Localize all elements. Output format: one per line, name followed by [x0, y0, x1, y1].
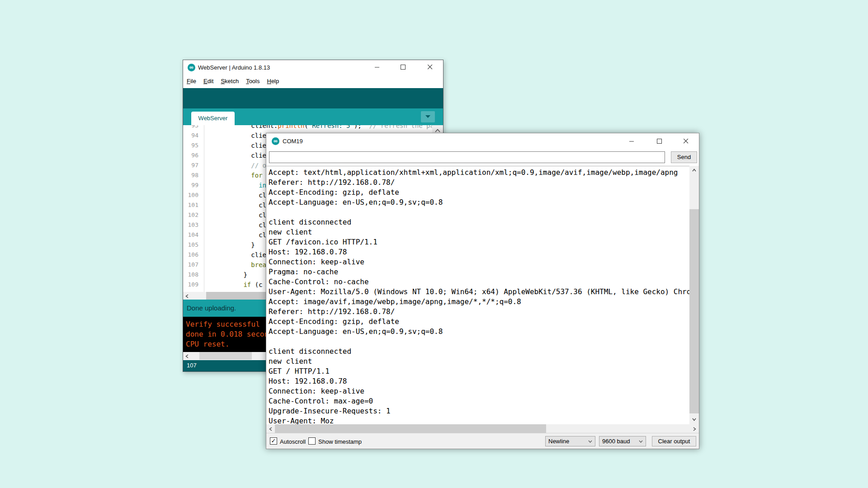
- serial-monitor-window: ∞ COM19 Send Accept: text/html,applicati…: [266, 133, 699, 449]
- serial-line: Accept-Language: en-US,en;q=0.9,sv;q=0.8: [269, 197, 699, 207]
- console-hscroll-thumb[interactable]: [199, 352, 252, 360]
- line-number: 108: [183, 270, 201, 280]
- line-number: 99: [183, 180, 201, 190]
- line-number: 100: [183, 190, 201, 200]
- code-text: client.println("Refresh: 5"); // refresh…: [201, 125, 443, 131]
- code-text: }: [201, 270, 247, 280]
- maximize-button[interactable]: [393, 60, 413, 75]
- gutter-divider: [204, 125, 204, 292]
- send-button[interactable]: Send: [671, 151, 697, 163]
- show-timestamp-checkbox[interactable]: [308, 437, 316, 445]
- arduino-titlebar[interactable]: ∞ WebServer | Arduino 1.8.13: [183, 60, 443, 75]
- line-number: 96: [183, 150, 201, 160]
- serial-vscroll-up-button[interactable]: [689, 166, 699, 175]
- serial-controls-bar: Autoscroll Show timestamp Newline 9600 b…: [266, 433, 699, 449]
- chevron-left-icon: [185, 354, 189, 358]
- line-ending-value: Newline: [548, 438, 569, 445]
- menu-file[interactable]: File: [187, 75, 196, 87]
- close-button[interactable]: [420, 60, 440, 75]
- chevron-down-icon: [639, 440, 643, 443]
- serial-output-area[interactable]: Accept: text/html,application/xhtml+xml,…: [266, 166, 699, 424]
- serial-hscrollbar[interactable]: [266, 424, 699, 433]
- serial-line: Host: 192.168.0.78: [269, 247, 699, 257]
- tab-bar: WebServer: [183, 108, 443, 125]
- chevron-up-icon: [435, 129, 440, 132]
- menu-help[interactable]: Help: [267, 75, 279, 87]
- serial-line: User-Agent: Mozilla/5.0 (Windows NT 10.0…: [269, 287, 699, 297]
- serial-line: Upgrade-Insecure-Requests: 1: [269, 406, 699, 416]
- baud-rate-value: 9600 baud: [602, 438, 630, 445]
- line-number: 105: [183, 240, 201, 250]
- line-number: 98: [183, 170, 201, 180]
- menu-sketch[interactable]: Sketch: [221, 75, 239, 87]
- serial-line: Connection: keep-alive: [269, 386, 699, 396]
- code-text: break;: [201, 260, 274, 270]
- serial-line: Accept: image/avif,image/webp,image/apng…: [269, 297, 699, 307]
- toolbar: [183, 88, 443, 108]
- show-timestamp-label: Show timestamp: [318, 438, 362, 445]
- line-number: 95: [183, 141, 201, 150]
- arduino-window-title: WebServer | Arduino 1.8.13: [198, 64, 270, 71]
- serial-line: [269, 207, 699, 217]
- serial-vscroll-thumb[interactable]: [689, 209, 699, 413]
- serial-line: Accept-Encoding: gzip, deflate: [269, 317, 699, 327]
- menu-tools[interactable]: Tools: [246, 75, 259, 87]
- autoscroll-checkbox[interactable]: [270, 437, 277, 445]
- serial-line: GET / HTTP/1.1: [269, 366, 699, 376]
- serial-line: Referer: http://192.168.0.78/: [269, 178, 699, 188]
- serial-line: Host: 192.168.0.78: [269, 376, 699, 386]
- minimize-button[interactable]: [367, 60, 387, 75]
- current-line-indicator: 107: [187, 362, 197, 369]
- serial-hscroll-right-button[interactable]: [690, 424, 699, 433]
- minimize-button[interactable]: [622, 134, 642, 149]
- line-number: 107: [183, 260, 201, 270]
- serial-line: new client: [269, 227, 699, 237]
- serial-line: [269, 337, 699, 347]
- serial-send-input[interactable]: [269, 151, 665, 163]
- serial-titlebar[interactable]: ∞ COM19: [266, 133, 699, 150]
- chevron-left-icon: [185, 294, 189, 298]
- line-number: 93: [183, 125, 201, 131]
- serial-line: Accept-Encoding: gzip, deflate: [269, 188, 699, 197]
- serial-line: GET /favicon.ico HTTP/1.1: [269, 237, 699, 247]
- arduino-logo-icon: ∞: [272, 137, 279, 145]
- line-number: 101: [183, 200, 201, 210]
- serial-line: Accept-Language: en-US,en;q=0.9,sv;q=0.8: [269, 327, 699, 337]
- line-number: 104: [183, 230, 201, 240]
- serial-hscroll-thumb[interactable]: [275, 424, 546, 433]
- close-button[interactable]: [676, 134, 696, 149]
- serial-line: Connection: keep-alive: [269, 257, 699, 267]
- code-text: }: [201, 240, 255, 250]
- serial-line: Accept: text/html,application/xhtml+xml,…: [269, 168, 699, 178]
- menubar: FileEditSketchToolsHelp: [183, 75, 443, 88]
- arduino-logo-icon: ∞: [188, 64, 195, 71]
- serial-line: User-Agent: Moz: [269, 416, 699, 424]
- serial-line: client disconnected: [269, 217, 699, 227]
- line-ending-select[interactable]: Newline: [545, 436, 595, 446]
- baud-rate-select[interactable]: 9600 baud: [599, 436, 646, 446]
- editor-hscroll-left-button[interactable]: [183, 292, 191, 300]
- serial-vscrollbar[interactable]: [689, 166, 699, 424]
- code-line: 93 client.println("Refresh: 5"); // refr…: [183, 125, 443, 131]
- serial-window-title: COM19: [283, 138, 303, 145]
- serial-hscroll-left-button[interactable]: [266, 424, 275, 433]
- serial-line: new client: [269, 357, 699, 366]
- clear-output-button[interactable]: Clear output: [652, 436, 696, 446]
- serial-line: Pragma: no-cache: [269, 267, 699, 277]
- line-number: 109: [183, 280, 201, 290]
- serial-line: Cache-Control: no-cache: [269, 277, 699, 287]
- chevron-down-icon: [588, 440, 592, 443]
- chevron-up-icon: [692, 169, 696, 172]
- chevron-down-icon: [692, 418, 696, 421]
- serial-line: Cache-Control: max-age=0: [269, 396, 699, 406]
- tab-websserver-sketch[interactable]: WebServer: [191, 112, 235, 125]
- menu-edit[interactable]: Edit: [203, 75, 213, 87]
- line-number: 94: [183, 131, 201, 141]
- chevron-down-icon: [425, 115, 431, 118]
- serial-line: Referer: http://192.168.0.78/: [269, 307, 699, 317]
- tab-list-dropdown-button[interactable]: [421, 111, 435, 122]
- console-hscroll-left-button[interactable]: [183, 352, 191, 360]
- maximize-button[interactable]: [649, 134, 670, 149]
- serial-vscroll-down-button[interactable]: [689, 415, 699, 424]
- line-number: 106: [183, 250, 201, 260]
